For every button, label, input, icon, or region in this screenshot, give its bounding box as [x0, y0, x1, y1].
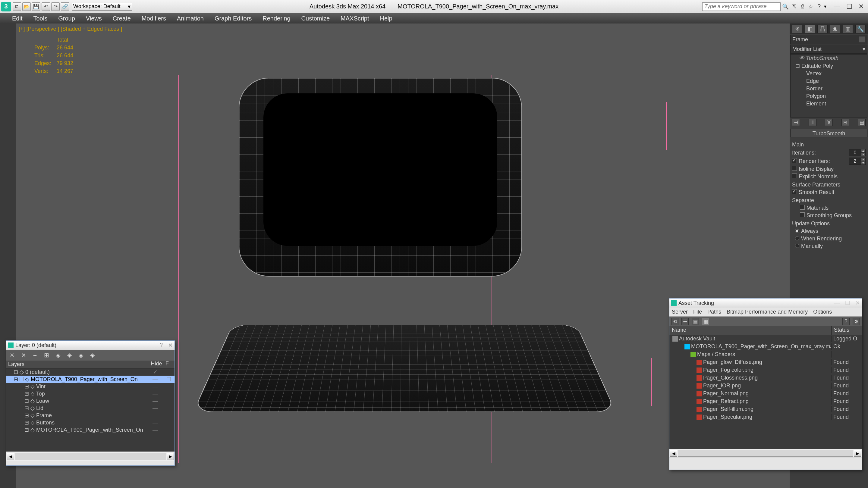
pin-stack-icon[interactable]: ⊣: [792, 119, 800, 126]
help-icon[interactable]: ?: [815, 3, 823, 10]
asset-row[interactable]: Maps / Shaders: [670, 350, 862, 358]
menu-animation[interactable]: Animation: [177, 15, 204, 22]
refresh-icon[interactable]: ⟲: [671, 318, 678, 325]
modifier-stack-item[interactable]: 👁 TurboSmooth: [790, 55, 867, 62]
layer-row[interactable]: ⊟ ◇ Frame—: [6, 412, 175, 419]
motion-tab-icon[interactable]: ◉: [830, 25, 840, 33]
col-hide[interactable]: Hide: [147, 361, 165, 368]
create-tab-icon[interactable]: ✳: [792, 25, 802, 33]
star-icon[interactable]: ☆: [807, 3, 814, 10]
menu-rendering[interactable]: Rendering: [262, 15, 290, 22]
asset-menu-paths[interactable]: Paths: [707, 309, 721, 315]
minimize-icon[interactable]: —: [834, 300, 840, 306]
modifier-stack-item[interactable]: Border: [790, 85, 867, 93]
layer-row[interactable]: ⊟ ◇ Buttons—: [6, 419, 175, 426]
qat-new-icon[interactable]: 🗎: [13, 2, 21, 11]
col-status[interactable]: Status: [832, 326, 862, 335]
help-icon[interactable]: ?: [842, 318, 849, 325]
list-icon[interactable]: ▤: [692, 318, 699, 325]
arrow-icon[interactable]: ⇱: [790, 3, 798, 10]
modifier-stack-item[interactable]: ⊟ Editable Poly: [790, 62, 867, 70]
qat-redo-icon[interactable]: ↷: [51, 2, 60, 11]
smoothing-groups-checkbox[interactable]: [800, 213, 805, 217]
modifier-stack-item[interactable]: Edge: [790, 77, 867, 85]
layer-row[interactable]: ⊟ ◇ Vint—: [6, 383, 175, 390]
layer-panel[interactable]: Layer: 0 (default) ?✕ ✳ ✕ ＋ ⊞ ◈ ◈ ◈ ◈ La…: [6, 340, 175, 466]
menu-views[interactable]: Views: [86, 15, 102, 22]
render-iters-spinner[interactable]: 2▲▼: [849, 158, 866, 165]
select-objects-icon[interactable]: ⊞: [42, 351, 50, 359]
asset-row[interactable]: Pager_IOR.pngFound: [670, 382, 862, 390]
asset-panel-titlebar[interactable]: Asset Tracking —☐✕: [670, 298, 862, 307]
workspace-selector[interactable]: Workspace: Default ▾: [72, 3, 132, 10]
update-radio[interactable]: [795, 244, 799, 248]
col-name[interactable]: Name: [670, 326, 832, 335]
hide-toggle[interactable]: —: [146, 376, 164, 383]
update-radio[interactable]: [795, 236, 799, 240]
hide-toggle[interactable]: —: [146, 420, 164, 426]
layer-panel-scrollbar[interactable]: ◀ ▶: [6, 452, 175, 461]
asset-menu-server[interactable]: Server: [672, 309, 688, 315]
close-icon[interactable]: ✕: [168, 342, 173, 349]
hide-toggle[interactable]: —: [146, 427, 164, 433]
modifier-stack[interactable]: 👁 TurboSmooth⊟ Editable PolyVertexEdgeBo…: [790, 54, 867, 118]
explicit-normals-checkbox[interactable]: [792, 173, 797, 178]
show-end-result-icon[interactable]: Ⅱ: [809, 119, 816, 126]
maximize-button[interactable]: ☐: [846, 3, 852, 10]
layer-panel-titlebar[interactable]: Layer: 0 (default) ?✕: [6, 341, 175, 350]
isoline-checkbox[interactable]: [792, 166, 797, 171]
search-input[interactable]: [702, 2, 781, 11]
asset-row[interactable]: Pager_Fog color.pngFound: [670, 366, 862, 374]
make-unique-icon[interactable]: ∀: [825, 119, 833, 126]
menu-edit[interactable]: Edit: [12, 15, 22, 22]
modifier-list-dropdown[interactable]: Modifier List ▾: [790, 44, 867, 54]
asset-panel-scrollbar[interactable]: ◀ ▶: [670, 449, 862, 458]
menu-help[interactable]: Help: [380, 15, 393, 22]
qat-link-icon[interactable]: 🔗: [61, 2, 69, 11]
remove-modifier-icon[interactable]: ⊟: [841, 119, 849, 126]
asset-row[interactable]: Pager_Self-illum.pngFound: [670, 405, 862, 413]
scroll-left-icon[interactable]: ◀: [670, 450, 677, 457]
scroll-right-icon[interactable]: ▶: [854, 450, 861, 457]
minimize-button[interactable]: —: [834, 3, 840, 10]
exchange-icon[interactable]: ⎙: [799, 3, 806, 10]
modifier-stack-item[interactable]: Element: [790, 100, 867, 107]
hide-toggle[interactable]: —: [146, 384, 164, 390]
close-button[interactable]: ✕: [858, 3, 864, 10]
scroll-right-icon[interactable]: ▶: [167, 453, 174, 460]
settings-icon[interactable]: ⚙: [852, 318, 860, 325]
hide-toggle[interactable]: —: [146, 398, 164, 404]
hide-unhide-icon[interactable]: ◈: [65, 351, 73, 359]
asset-row[interactable]: MOTOROLA_T900_Pager_with_Screen_On_max_v…: [670, 343, 862, 350]
table-icon[interactable]: ▦: [702, 318, 709, 325]
display-tab-icon[interactable]: ▥: [843, 25, 853, 33]
utilities-tab-icon[interactable]: 🔧: [855, 25, 866, 33]
asset-row[interactable]: Pager_Refract.pngFound: [670, 397, 862, 405]
qat-undo-icon[interactable]: ↶: [41, 2, 50, 11]
asset-row[interactable]: Pager_Specular.pngFound: [670, 413, 862, 421]
scroll-left-icon[interactable]: ◀: [7, 453, 14, 460]
menu-tools[interactable]: Tools: [33, 15, 47, 22]
asset-row[interactable]: Pager_glow_Diffuse.pngFound: [670, 358, 862, 366]
col-freeze[interactable]: F: [165, 361, 175, 368]
delete-layer-icon[interactable]: ✕: [20, 351, 27, 359]
new-layer-icon[interactable]: ✳: [8, 351, 16, 359]
menu-group[interactable]: Group: [58, 15, 75, 22]
asset-menu-bitmap-performance-and-memory[interactable]: Bitmap Performance and Memory: [727, 309, 808, 315]
asset-row[interactable]: Autodesk VaultLogged O: [670, 335, 862, 343]
layer-row[interactable]: ⊟ ◇ MOTOROLA_T900_Pager_with_Screen_On—☐: [6, 376, 175, 383]
highlight-icon[interactable]: ◈: [54, 351, 62, 359]
asset-panel-body[interactable]: Autodesk VaultLogged OMOTOROLA_T900_Page…: [670, 335, 862, 449]
object-name-field[interactable]: Frame: [790, 35, 867, 44]
hide-toggle[interactable]: —: [146, 405, 164, 412]
chevron-down-icon[interactable]: ▾: [824, 4, 827, 9]
asset-menu-options[interactable]: Options: [813, 309, 832, 315]
scroll-track[interactable]: [15, 453, 166, 460]
asset-row[interactable]: Pager_Glossiness.pngFound: [670, 374, 862, 382]
hide-toggle[interactable]: ✓: [146, 369, 164, 375]
freeze-toggle[interactable]: ☐: [164, 376, 173, 383]
asset-row[interactable]: Pager_Normal.pngFound: [670, 390, 862, 397]
hide-toggle[interactable]: —: [146, 391, 164, 397]
close-icon[interactable]: ✕: [855, 300, 860, 306]
menu-customize[interactable]: Customize: [301, 15, 330, 22]
